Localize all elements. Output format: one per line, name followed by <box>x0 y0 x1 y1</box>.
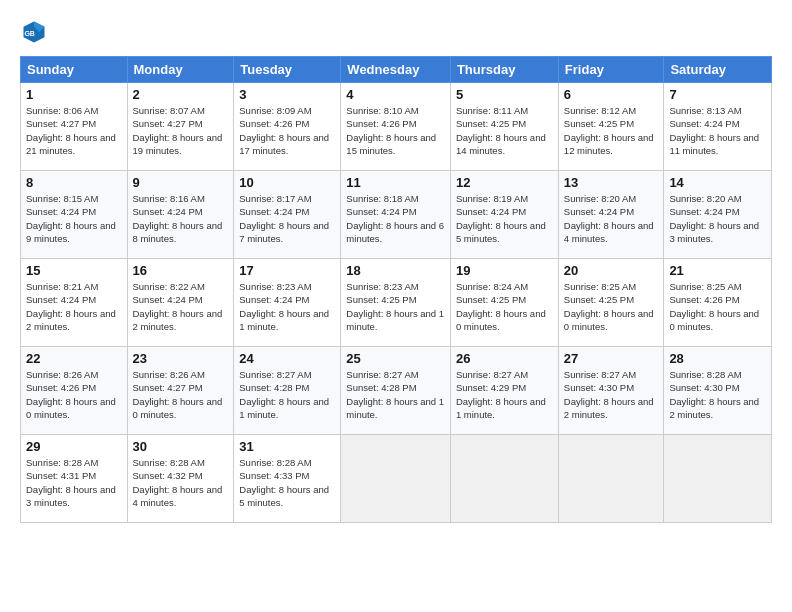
calendar-cell: 30Sunrise: 8:28 AMSunset: 4:32 PMDayligh… <box>127 435 234 523</box>
day-info: Sunrise: 8:27 AMSunset: 4:30 PMDaylight:… <box>564 368 659 421</box>
logo-icon: GB <box>20 18 48 46</box>
calendar-cell <box>664 435 772 523</box>
day-info: Sunrise: 8:10 AMSunset: 4:26 PMDaylight:… <box>346 104 445 157</box>
calendar-header-sunday: Sunday <box>21 57 128 83</box>
day-number: 18 <box>346 263 445 278</box>
calendar-header-thursday: Thursday <box>450 57 558 83</box>
calendar-cell: 14Sunrise: 8:20 AMSunset: 4:24 PMDayligh… <box>664 171 772 259</box>
calendar-cell: 18Sunrise: 8:23 AMSunset: 4:25 PMDayligh… <box>341 259 451 347</box>
day-info: Sunrise: 8:20 AMSunset: 4:24 PMDaylight:… <box>669 192 766 245</box>
day-number: 25 <box>346 351 445 366</box>
day-info: Sunrise: 8:09 AMSunset: 4:26 PMDaylight:… <box>239 104 335 157</box>
calendar-cell: 27Sunrise: 8:27 AMSunset: 4:30 PMDayligh… <box>558 347 664 435</box>
day-info: Sunrise: 8:25 AMSunset: 4:25 PMDaylight:… <box>564 280 659 333</box>
calendar-cell: 23Sunrise: 8:26 AMSunset: 4:27 PMDayligh… <box>127 347 234 435</box>
day-info: Sunrise: 8:11 AMSunset: 4:25 PMDaylight:… <box>456 104 553 157</box>
day-number: 26 <box>456 351 553 366</box>
day-info: Sunrise: 8:16 AMSunset: 4:24 PMDaylight:… <box>133 192 229 245</box>
calendar-cell: 6Sunrise: 8:12 AMSunset: 4:25 PMDaylight… <box>558 83 664 171</box>
day-info: Sunrise: 8:26 AMSunset: 4:27 PMDaylight:… <box>133 368 229 421</box>
day-info: Sunrise: 8:24 AMSunset: 4:25 PMDaylight:… <box>456 280 553 333</box>
day-number: 7 <box>669 87 766 102</box>
calendar-week-1: 1Sunrise: 8:06 AMSunset: 4:27 PMDaylight… <box>21 83 772 171</box>
calendar-cell: 4Sunrise: 8:10 AMSunset: 4:26 PMDaylight… <box>341 83 451 171</box>
day-info: Sunrise: 8:27 AMSunset: 4:29 PMDaylight:… <box>456 368 553 421</box>
calendar-cell: 26Sunrise: 8:27 AMSunset: 4:29 PMDayligh… <box>450 347 558 435</box>
calendar-cell: 8Sunrise: 8:15 AMSunset: 4:24 PMDaylight… <box>21 171 128 259</box>
calendar-cell: 11Sunrise: 8:18 AMSunset: 4:24 PMDayligh… <box>341 171 451 259</box>
day-info: Sunrise: 8:21 AMSunset: 4:24 PMDaylight:… <box>26 280 122 333</box>
calendar-week-5: 29Sunrise: 8:28 AMSunset: 4:31 PMDayligh… <box>21 435 772 523</box>
day-info: Sunrise: 8:12 AMSunset: 4:25 PMDaylight:… <box>564 104 659 157</box>
calendar-header-wednesday: Wednesday <box>341 57 451 83</box>
calendar-cell: 13Sunrise: 8:20 AMSunset: 4:24 PMDayligh… <box>558 171 664 259</box>
day-info: Sunrise: 8:28 AMSunset: 4:31 PMDaylight:… <box>26 456 122 509</box>
calendar-header-friday: Friday <box>558 57 664 83</box>
day-number: 10 <box>239 175 335 190</box>
calendar-cell <box>450 435 558 523</box>
calendar-cell: 21Sunrise: 8:25 AMSunset: 4:26 PMDayligh… <box>664 259 772 347</box>
day-info: Sunrise: 8:13 AMSunset: 4:24 PMDaylight:… <box>669 104 766 157</box>
calendar-cell: 16Sunrise: 8:22 AMSunset: 4:24 PMDayligh… <box>127 259 234 347</box>
page: GB SundayMondayTuesdayWednesdayThursdayF… <box>0 0 792 533</box>
day-number: 16 <box>133 263 229 278</box>
day-number: 14 <box>669 175 766 190</box>
day-number: 27 <box>564 351 659 366</box>
calendar-cell: 25Sunrise: 8:27 AMSunset: 4:28 PMDayligh… <box>341 347 451 435</box>
day-number: 17 <box>239 263 335 278</box>
calendar-cell: 9Sunrise: 8:16 AMSunset: 4:24 PMDaylight… <box>127 171 234 259</box>
header: GB <box>20 18 772 46</box>
day-info: Sunrise: 8:28 AMSunset: 4:30 PMDaylight:… <box>669 368 766 421</box>
day-info: Sunrise: 8:23 AMSunset: 4:24 PMDaylight:… <box>239 280 335 333</box>
day-number: 30 <box>133 439 229 454</box>
calendar-header-row: SundayMondayTuesdayWednesdayThursdayFrid… <box>21 57 772 83</box>
calendar-cell: 7Sunrise: 8:13 AMSunset: 4:24 PMDaylight… <box>664 83 772 171</box>
day-number: 15 <box>26 263 122 278</box>
day-info: Sunrise: 8:27 AMSunset: 4:28 PMDaylight:… <box>346 368 445 421</box>
day-number: 22 <box>26 351 122 366</box>
day-number: 31 <box>239 439 335 454</box>
calendar-cell: 5Sunrise: 8:11 AMSunset: 4:25 PMDaylight… <box>450 83 558 171</box>
day-info: Sunrise: 8:20 AMSunset: 4:24 PMDaylight:… <box>564 192 659 245</box>
day-number: 28 <box>669 351 766 366</box>
calendar-cell: 1Sunrise: 8:06 AMSunset: 4:27 PMDaylight… <box>21 83 128 171</box>
day-number: 5 <box>456 87 553 102</box>
day-info: Sunrise: 8:18 AMSunset: 4:24 PMDaylight:… <box>346 192 445 245</box>
svg-text:GB: GB <box>24 30 35 37</box>
day-number: 8 <box>26 175 122 190</box>
calendar-cell: 22Sunrise: 8:26 AMSunset: 4:26 PMDayligh… <box>21 347 128 435</box>
day-number: 23 <box>133 351 229 366</box>
calendar: SundayMondayTuesdayWednesdayThursdayFrid… <box>20 56 772 523</box>
logo: GB <box>20 18 52 46</box>
calendar-cell: 15Sunrise: 8:21 AMSunset: 4:24 PMDayligh… <box>21 259 128 347</box>
day-info: Sunrise: 8:25 AMSunset: 4:26 PMDaylight:… <box>669 280 766 333</box>
day-number: 21 <box>669 263 766 278</box>
calendar-header-monday: Monday <box>127 57 234 83</box>
day-number: 1 <box>26 87 122 102</box>
calendar-cell: 31Sunrise: 8:28 AMSunset: 4:33 PMDayligh… <box>234 435 341 523</box>
day-info: Sunrise: 8:06 AMSunset: 4:27 PMDaylight:… <box>26 104 122 157</box>
day-info: Sunrise: 8:15 AMSunset: 4:24 PMDaylight:… <box>26 192 122 245</box>
day-number: 9 <box>133 175 229 190</box>
day-number: 29 <box>26 439 122 454</box>
day-info: Sunrise: 8:19 AMSunset: 4:24 PMDaylight:… <box>456 192 553 245</box>
calendar-header-saturday: Saturday <box>664 57 772 83</box>
calendar-header-tuesday: Tuesday <box>234 57 341 83</box>
day-info: Sunrise: 8:27 AMSunset: 4:28 PMDaylight:… <box>239 368 335 421</box>
calendar-cell <box>341 435 451 523</box>
calendar-cell: 28Sunrise: 8:28 AMSunset: 4:30 PMDayligh… <box>664 347 772 435</box>
day-number: 2 <box>133 87 229 102</box>
day-info: Sunrise: 8:26 AMSunset: 4:26 PMDaylight:… <box>26 368 122 421</box>
day-number: 13 <box>564 175 659 190</box>
day-number: 3 <box>239 87 335 102</box>
calendar-cell: 10Sunrise: 8:17 AMSunset: 4:24 PMDayligh… <box>234 171 341 259</box>
calendar-week-3: 15Sunrise: 8:21 AMSunset: 4:24 PMDayligh… <box>21 259 772 347</box>
calendar-cell: 2Sunrise: 8:07 AMSunset: 4:27 PMDaylight… <box>127 83 234 171</box>
day-number: 24 <box>239 351 335 366</box>
day-info: Sunrise: 8:28 AMSunset: 4:32 PMDaylight:… <box>133 456 229 509</box>
day-info: Sunrise: 8:07 AMSunset: 4:27 PMDaylight:… <box>133 104 229 157</box>
calendar-cell: 17Sunrise: 8:23 AMSunset: 4:24 PMDayligh… <box>234 259 341 347</box>
calendar-body: 1Sunrise: 8:06 AMSunset: 4:27 PMDaylight… <box>21 83 772 523</box>
day-number: 20 <box>564 263 659 278</box>
calendar-cell: 20Sunrise: 8:25 AMSunset: 4:25 PMDayligh… <box>558 259 664 347</box>
